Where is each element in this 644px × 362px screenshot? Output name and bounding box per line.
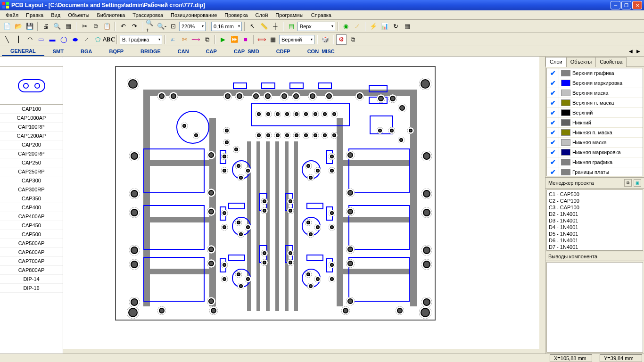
layer-color-swatch[interactable] — [561, 169, 570, 175]
open-button[interactable]: 📂 — [13, 21, 24, 32]
polygon-tool[interactable]: ⬠ — [92, 34, 103, 45]
chart-button[interactable]: 📊 — [380, 21, 390, 32]
list-item[interactable]: CAP600AP — [0, 248, 63, 257]
component-list[interactable]: CAP100CAP1000APCAP100RPCAP1200APCAP200CA… — [0, 105, 63, 354]
origin-button[interactable]: ┼ — [270, 21, 281, 32]
layer-visible-check[interactable]: ✔ — [547, 167, 559, 176]
list-item[interactable]: CAP250 — [0, 158, 63, 167]
titleblock-button[interactable]: ▦ — [63, 21, 74, 32]
trace-tool[interactable]: ⟈ — [168, 34, 178, 45]
libtab-cap[interactable]: CAP — [198, 47, 225, 56]
ellipsefill-tool[interactable]: ⬬ — [70, 34, 80, 45]
libtab-can[interactable]: CAN — [169, 47, 198, 56]
project-item[interactable]: C3 - CAP100 — [548, 204, 642, 211]
menu-library[interactable]: Библиотека — [93, 11, 129, 19]
components-button[interactable]: ▦ — [268, 34, 278, 45]
netlist-button[interactable]: ⧉ — [347, 34, 358, 45]
project-item[interactable]: D2 - 1N4001 — [548, 211, 642, 217]
canvas-scroll[interactable] — [63, 57, 545, 354]
menu-file[interactable]: Файл — [2, 11, 22, 19]
list-item[interactable]: DIP-16 — [0, 284, 63, 293]
layer-combo[interactable]: Верх — [297, 22, 335, 31]
list-item[interactable]: CAP300RP — [0, 185, 63, 194]
layer-color-swatch[interactable] — [561, 90, 570, 96]
paste-button[interactable]: 📋 — [102, 21, 112, 32]
run-button[interactable]: ▶ — [218, 34, 228, 45]
layer-visible-check[interactable]: ✔ — [547, 118, 559, 127]
layer-row[interactable]: ✔Границы платы — [547, 167, 643, 176]
list-item[interactable]: CAP300 — [0, 176, 63, 185]
list-item[interactable]: DIP-14 — [0, 275, 63, 284]
rats-button[interactable]: ⟋ — [352, 21, 363, 32]
menu-objects[interactable]: Объекты — [64, 11, 93, 19]
project-item[interactable]: D5 - 1N4001 — [548, 230, 642, 237]
dimension-button[interactable]: ⟺ — [256, 34, 267, 45]
menu-view[interactable]: Вид — [47, 11, 64, 19]
list-item[interactable]: CAP200RP — [0, 149, 63, 158]
schematic-button[interactable]: ⚙ — [336, 34, 347, 45]
list-item[interactable]: CAP800AP — [0, 266, 63, 275]
layer-visible-check[interactable]: ✔ — [547, 88, 559, 98]
libtab-capsmd[interactable]: CAP_SMD — [225, 47, 268, 56]
project-item[interactable]: Q1 - PBF259 — [548, 250, 642, 251]
layer-row[interactable]: ✔Верхняя п. маска — [547, 98, 643, 108]
side-combo[interactable]: Верхний — [279, 35, 314, 44]
copy-button[interactable]: ⧉ — [91, 21, 101, 32]
libtab-bridge[interactable]: BRIDGE — [132, 47, 169, 56]
libtab-next[interactable]: ▶ — [635, 48, 642, 55]
layer-row[interactable]: ✔Нижняя графика — [547, 157, 643, 167]
polyline2-tool[interactable]: ⟋ — [81, 34, 91, 45]
layer-color-swatch[interactable] — [561, 99, 570, 106]
project-item[interactable]: D7 - 1N4001 — [548, 244, 642, 250]
list-item[interactable]: CAP450 — [0, 221, 63, 230]
list-item[interactable]: CAP500 — [0, 230, 63, 239]
close-button[interactable]: ✕ — [632, 1, 642, 9]
layer-visible-check[interactable]: ✔ — [547, 157, 559, 167]
rtab-layers[interactable]: Слои — [545, 57, 567, 67]
zoomfit-button[interactable]: ⊡ — [168, 21, 178, 32]
grid-button[interactable]: ▦ — [402, 21, 413, 32]
libtab-conmisc[interactable]: CON_MISC — [299, 47, 343, 56]
graphics-combo[interactable]: В. Графика — [120, 35, 162, 44]
project-item[interactable]: C2 - CAP100 — [548, 197, 642, 204]
layer-visible-check[interactable]: ✔ — [547, 78, 559, 88]
layer-visible-check[interactable]: ✔ — [547, 128, 559, 137]
layer-color-swatch[interactable] — [561, 139, 570, 146]
menu-positioning[interactable]: Позиционирование — [167, 11, 221, 19]
preview-button[interactable]: 🔍 — [52, 21, 62, 32]
cut-button[interactable]: ✂ — [79, 21, 90, 32]
libtab-cdfp[interactable]: CDFP — [268, 47, 299, 56]
layer-row[interactable]: ✔Верхний — [547, 108, 643, 118]
menu-programs[interactable]: Программы — [272, 11, 307, 19]
list-item[interactable]: CAP400AP — [0, 212, 63, 221]
ruler-button[interactable]: 📏 — [259, 21, 269, 32]
list-item[interactable]: CAP350 — [0, 194, 63, 203]
undo-button[interactable]: ↶ — [118, 21, 128, 32]
menu-routing[interactable]: Трассировка — [129, 11, 167, 19]
list-item[interactable]: CAP1200AP — [0, 132, 63, 140]
libtab-general[interactable]: GENERAL — [2, 47, 44, 56]
rect-tool[interactable]: ▭ — [36, 34, 46, 45]
refresh-button[interactable]: ↻ — [391, 21, 401, 32]
libtab-bga[interactable]: BGA — [72, 47, 100, 56]
menu-check[interactable]: Проверка — [221, 11, 251, 19]
zoomout-button[interactable]: 🔍- — [157, 21, 167, 32]
layer-row[interactable]: ✔Верхняя маска — [547, 88, 643, 98]
fanout-button[interactable]: ⧉ — [202, 34, 212, 45]
libtab-bqfp[interactable]: BQFP — [100, 47, 132, 56]
layer-color-swatch[interactable] — [561, 149, 570, 156]
layer-visible-check[interactable]: ✔ — [547, 68, 559, 78]
print-button[interactable]: 🖨 — [41, 21, 51, 32]
layer-row[interactable]: ✔Нижняя маркировка — [547, 148, 643, 157]
libtab-smt[interactable]: SMT — [44, 47, 72, 56]
layer-visible-check[interactable]: ✔ — [547, 148, 559, 157]
menu-edit[interactable]: Правка — [22, 11, 47, 19]
menu-help[interactable]: Справка — [307, 11, 335, 19]
list-item[interactable]: CAP100 — [0, 105, 63, 114]
layer-color-swatch[interactable] — [561, 80, 570, 86]
pins-box[interactable] — [546, 262, 643, 353]
project-item[interactable]: D3 - 1N4001 — [548, 217, 642, 224]
layer-row[interactable]: ✔Верхняя графика — [547, 68, 643, 78]
list-item[interactable]: CAP400 — [0, 203, 63, 212]
list-item[interactable]: CAP700AP — [0, 257, 63, 266]
